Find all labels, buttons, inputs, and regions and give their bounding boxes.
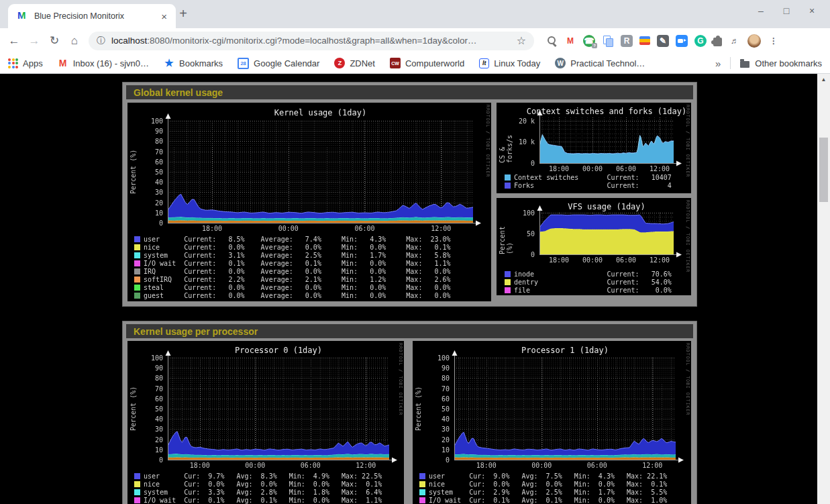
bookmark-label: Computerworld xyxy=(405,58,464,68)
window-controls: – □ × xyxy=(748,5,825,16)
y-tick-label: 0 xyxy=(413,456,450,464)
bookmark-practical-technol-[interactable]: WPractical Technol… xyxy=(555,58,645,68)
back-icon[interactable]: ← xyxy=(4,34,24,48)
x-tick-label: 18:00 xyxy=(472,462,501,469)
reload-icon[interactable]: ↻ xyxy=(44,34,64,48)
monitorix-favicon-icon: M M xyxy=(17,11,28,21)
search-icon[interactable] xyxy=(546,35,558,47)
y-tick-label: 50 xyxy=(413,405,450,413)
y-tick-label: 40 xyxy=(127,179,163,186)
bookmark-inbox-16-sjvn0-[interactable]: MInbox (16) - sjvn0… xyxy=(58,58,149,68)
chart-processor-1[interactable]: Processor 1 (1day)Percent (%)01020304050… xyxy=(413,341,691,504)
browser-toolbar: ← → ↻ ⌂ ⓘ localhost:8080/monitorix-cgi/m… xyxy=(0,28,830,53)
linux-today-icon: lt xyxy=(479,58,489,68)
bookmark-zdnet[interactable]: ZZDNet xyxy=(334,58,375,68)
legend-row: I/O wait Cur: 0.1% Avg: 0.1% Min: 0.0% M… xyxy=(134,497,382,504)
section-header: Global kernel usage xyxy=(126,85,693,99)
legend-row: I/O wait Current: 0.1% Average: 0.1% Min… xyxy=(134,260,451,267)
y-tick-label: 90 xyxy=(413,364,450,372)
forward-icon[interactable]: → xyxy=(24,34,44,48)
copy-pages-icon[interactable] xyxy=(602,35,614,47)
rrdtool-watermark: RRDTOOL / TOBI OETIKER xyxy=(685,105,690,177)
legend-swatch xyxy=(134,285,140,291)
bookmark-label: Bookmarks xyxy=(179,58,223,68)
scrollbar-thumb[interactable] xyxy=(819,138,828,202)
y-tick-label: 0 xyxy=(497,251,535,258)
x-tick-label: 00:00 xyxy=(274,225,303,232)
scrollbar-up-arrow[interactable]: ▲ xyxy=(817,77,830,83)
r-extension-icon[interactable]: R xyxy=(621,35,633,47)
bookmark-items: AppsMInbox (16) - sjvn0…★Bookmarks28Goog… xyxy=(8,58,660,69)
x-tick-label: 18:00 xyxy=(197,225,227,232)
new-tab-button[interactable]: + xyxy=(174,6,192,21)
legend-swatch xyxy=(419,473,425,479)
url-text: localhost:8080/monitorix-cgi/monitorix.c… xyxy=(111,36,511,46)
bookmark-google-calendar[interactable]: 28Google Calendar xyxy=(238,58,319,69)
profile-avatar[interactable] xyxy=(747,34,761,48)
chart-kernel-usage[interactable]: Kernel usage (1day)Percent (%)0102030405… xyxy=(127,103,491,301)
chart-title: Processor 0 (1day) xyxy=(235,346,322,355)
rrdtool-watermark: RRDTOOL / TOBI OETIKER xyxy=(685,200,690,272)
legend-text: guest Current: 0.0% Average: 0.0% Min: 0… xyxy=(144,292,451,299)
tab-title: Blue Precision Monitorix xyxy=(34,11,156,21)
bookmark-label: Google Calendar xyxy=(254,58,319,68)
y-tick-label: 80 xyxy=(413,374,450,382)
phone-extension-icon[interactable]: ☎? xyxy=(583,35,595,47)
y-tick-label: 20 k xyxy=(497,117,535,125)
y-tick-label: 60 xyxy=(127,158,163,166)
folder-icon xyxy=(740,61,749,68)
y-tick-label: 100 xyxy=(127,354,163,362)
address-bar[interactable]: ⓘ localhost:8080/monitorix-cgi/monitorix… xyxy=(89,32,534,50)
bookmark-computerworld[interactable]: CWComputerworld xyxy=(390,58,464,68)
bookmark-linux-today[interactable]: ltLinux Today xyxy=(479,58,540,68)
legend-text: inode Current: 70.6% xyxy=(514,270,672,278)
page-info-icon[interactable]: ⓘ xyxy=(97,35,105,47)
home-icon[interactable]: ⌂ xyxy=(64,34,85,48)
minimize-button[interactable]: – xyxy=(748,5,774,16)
browser-menu-icon[interactable]: ⋮ xyxy=(768,35,780,47)
chart-context-switches[interactable]: Context switches and forks (1day)CS & fo… xyxy=(497,103,691,193)
legend-row: I/O wait Cur: 0.1% Avg: 0.1% Min: 0.0% M… xyxy=(419,497,667,504)
extensions-puzzle-icon[interactable] xyxy=(713,38,722,46)
legend-text: IRQ Current: 0.0% Average: 0.0% Min: 0.0… xyxy=(144,268,451,275)
y-tick-label: 50 xyxy=(127,168,163,176)
other-bookmarks-button[interactable]: Other bookmarks xyxy=(755,58,822,68)
reading-list-books-icon[interactable] xyxy=(639,36,650,45)
calendar-28-icon: 28 xyxy=(238,58,249,69)
legend-swatch xyxy=(134,293,140,299)
bookmark-star-icon[interactable]: ☆ xyxy=(517,34,526,47)
bookmarks-bar: AppsMInbox (16) - sjvn0…★Bookmarks28Goog… xyxy=(0,53,830,74)
page-scrollbar[interactable]: ▲ xyxy=(817,74,830,504)
chart-vfs-usage[interactable]: VFS usage (1day)Percent (%)05010018:0000… xyxy=(497,198,691,295)
zoom-meeting-icon[interactable] xyxy=(676,35,688,47)
playlist-icon[interactable]: ♬ xyxy=(729,35,741,47)
bookmark-apps[interactable]: Apps xyxy=(8,58,43,68)
grammarly-icon[interactable]: G xyxy=(694,35,707,47)
legend-swatch xyxy=(134,252,140,258)
y-tick-label: 20 xyxy=(127,436,163,444)
bookmark-bookmarks[interactable]: ★Bookmarks xyxy=(164,58,223,68)
maximize-button[interactable]: □ xyxy=(774,5,799,16)
gmail-icon[interactable]: M xyxy=(564,35,576,47)
x-tick-label: 18:00 xyxy=(185,462,215,469)
legend-swatch xyxy=(505,271,511,277)
close-button[interactable]: × xyxy=(799,5,825,16)
dark-notes-icon[interactable]: ✎ xyxy=(657,35,669,47)
y-tick-label: 0 xyxy=(127,456,163,464)
legend-row: nice Cur: 0.0% Avg: 0.0% Min: 0.0% Max: … xyxy=(134,481,382,488)
x-tick-label: 06:00 xyxy=(296,462,325,469)
x-tick-label: 06:00 xyxy=(611,256,641,264)
browser-window: M M Blue Precision Monitorix × + – □ × ←… xyxy=(0,0,830,504)
y-tick-label: 40 xyxy=(413,415,450,423)
section-title: Kernel usage per processor xyxy=(134,326,258,337)
bookmark-label: Apps xyxy=(23,58,43,68)
legend-swatch xyxy=(505,287,511,293)
y-tick-label: 20 xyxy=(413,436,450,444)
tab-close-icon[interactable]: × xyxy=(156,11,172,22)
chart-processor-0[interactable]: Processor 0 (1day)Percent (%)01020304050… xyxy=(127,341,404,504)
bookmarks-overflow-chevron[interactable]: » xyxy=(715,58,721,69)
legend-swatch xyxy=(134,497,140,503)
legend-text: system Cur: 3.3% Avg: 2.8% Min: 1.8% Max… xyxy=(144,489,382,496)
legend-swatch xyxy=(134,260,140,266)
browser-tab[interactable]: M M Blue Precision Monitorix × xyxy=(8,4,176,28)
